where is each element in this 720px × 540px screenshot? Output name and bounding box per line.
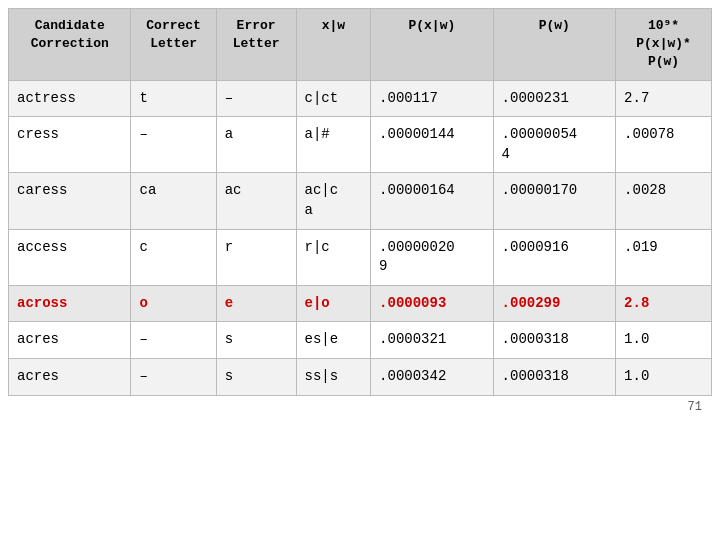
cell-pw: .0000318 — [493, 358, 615, 395]
cell-candidate: cress — [9, 117, 131, 173]
header-correct: Correct Letter — [131, 9, 216, 81]
header-pxw: P(x|w) — [371, 9, 493, 81]
cell-pxw: .000117 — [371, 80, 493, 117]
cell-xw: ss|s — [296, 358, 371, 395]
cell-pxw: .00000164 — [371, 173, 493, 229]
cell-candidate: access — [9, 229, 131, 285]
cell-pxw: .000000209 — [371, 229, 493, 285]
cell-pw: .0000318 — [493, 322, 615, 359]
cell-error: ac — [216, 173, 296, 229]
cell-product: .0028 — [616, 173, 712, 229]
cell-xw: ac|ca — [296, 173, 371, 229]
cell-xw: es|e — [296, 322, 371, 359]
cell-pxw: .0000321 — [371, 322, 493, 359]
cell-candidate: caress — [9, 173, 131, 229]
cell-product: .00078 — [616, 117, 712, 173]
table-row: actresst–c|ct.000117.00002312.7 — [9, 80, 712, 117]
table-header-row: Candidate Correction Correct Letter Erro… — [9, 9, 712, 81]
header-pw: P(w) — [493, 9, 615, 81]
cell-correct: c — [131, 229, 216, 285]
cell-correct: – — [131, 322, 216, 359]
table-row: cress–aa|#.00000144.000000544.00078 — [9, 117, 712, 173]
header-error: Error Letter — [216, 9, 296, 81]
table-row: caresscaacac|ca.00000164.00000170.0028 — [9, 173, 712, 229]
cell-pxw: .0000342 — [371, 358, 493, 395]
header-product: 10⁹* P(x|w)* P(w) — [616, 9, 712, 81]
page-number: 71 — [8, 396, 712, 414]
cell-correct: ca — [131, 173, 216, 229]
cell-xw: c|ct — [296, 80, 371, 117]
cell-candidate: across — [9, 285, 131, 322]
cell-candidate: acres — [9, 358, 131, 395]
cell-candidate: actress — [9, 80, 131, 117]
cell-correct: t — [131, 80, 216, 117]
main-content: Candidate Correction Correct Letter Erro… — [0, 0, 720, 422]
cell-product: 2.8 — [616, 285, 712, 322]
cell-correct: – — [131, 117, 216, 173]
cell-product: 1.0 — [616, 358, 712, 395]
table-row: acres–ses|e.0000321.00003181.0 — [9, 322, 712, 359]
cell-candidate: acres — [9, 322, 131, 359]
table-row: acrossoee|o.0000093.0002992.8 — [9, 285, 712, 322]
cell-product: 2.7 — [616, 80, 712, 117]
table-row: acres–sss|s.0000342.00003181.0 — [9, 358, 712, 395]
cell-xw: a|# — [296, 117, 371, 173]
cell-xw: e|o — [296, 285, 371, 322]
cell-pxw: .00000144 — [371, 117, 493, 173]
cell-error: – — [216, 80, 296, 117]
cell-pw: .0000231 — [493, 80, 615, 117]
cell-xw: r|c — [296, 229, 371, 285]
cell-correct: – — [131, 358, 216, 395]
cell-pw: .00000170 — [493, 173, 615, 229]
cell-error: e — [216, 285, 296, 322]
table-row: accesscrr|c.000000209.0000916.019 — [9, 229, 712, 285]
cell-error: a — [216, 117, 296, 173]
cell-pw: .0000916 — [493, 229, 615, 285]
cell-error: s — [216, 358, 296, 395]
cell-product: .019 — [616, 229, 712, 285]
cell-pw: .000000544 — [493, 117, 615, 173]
header-xw: x|w — [296, 9, 371, 81]
cell-pw: .000299 — [493, 285, 615, 322]
header-candidate: Candidate Correction — [9, 9, 131, 81]
cell-pxw: .0000093 — [371, 285, 493, 322]
cell-error: s — [216, 322, 296, 359]
cell-product: 1.0 — [616, 322, 712, 359]
cell-error: r — [216, 229, 296, 285]
correction-table: Candidate Correction Correct Letter Erro… — [8, 8, 712, 396]
cell-correct: o — [131, 285, 216, 322]
